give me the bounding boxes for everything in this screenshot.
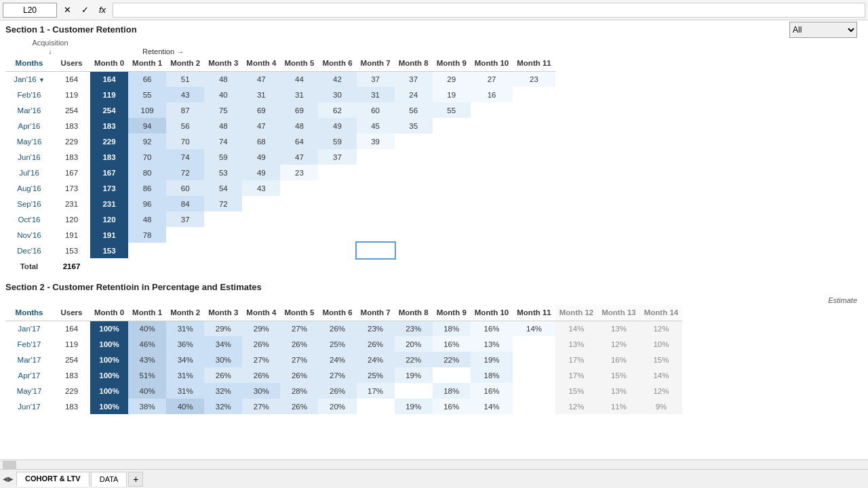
- pct-cell[interactable]: 32%: [204, 399, 242, 414]
- pct-cell[interactable]: 26%: [242, 367, 280, 383]
- pct-cell[interactable]: 31%: [166, 367, 204, 383]
- retention-cell[interactable]: [318, 243, 356, 258]
- pct-cell[interactable]: 19%: [471, 352, 513, 367]
- retention-cell[interactable]: 60: [357, 102, 395, 118]
- pct-cell[interactable]: 25%: [357, 367, 395, 383]
- retention-cell[interactable]: [513, 87, 555, 102]
- retention-cell[interactable]: [242, 211, 280, 227]
- retention-cell[interactable]: 31: [242, 87, 280, 102]
- retention-cell[interactable]: [433, 134, 471, 149]
- pct-cell[interactable]: 18%: [433, 321, 471, 336]
- pct-cell[interactable]: 23%: [395, 321, 433, 336]
- retention-cell[interactable]: 229: [90, 134, 128, 149]
- retention-cell[interactable]: 173: [90, 180, 128, 196]
- pct-cell[interactable]: 12%: [555, 399, 597, 414]
- pct-cell[interactable]: 17%: [357, 383, 395, 399]
- pct-cell[interactable]: 26%: [204, 367, 242, 383]
- pct-cell[interactable]: 26%: [318, 383, 356, 399]
- month-label[interactable]: May'17: [5, 383, 53, 399]
- pct-cell[interactable]: 23%: [357, 321, 395, 336]
- pct-cell[interactable]: 29%: [242, 321, 280, 336]
- retention-cell[interactable]: 43: [242, 180, 280, 196]
- pct-cell[interactable]: 40%: [128, 321, 166, 336]
- retention-cell[interactable]: 37: [357, 71, 395, 87]
- month-label[interactable]: Aug'16: [5, 180, 53, 196]
- fx-button[interactable]: fx: [95, 3, 110, 18]
- retention-cell[interactable]: 120: [90, 211, 128, 227]
- retention-cell[interactable]: 119: [90, 87, 128, 102]
- pct-cell[interactable]: 13%: [471, 336, 513, 352]
- retention-cell[interactable]: 44: [280, 71, 318, 87]
- retention-cell[interactable]: 94: [128, 118, 166, 134]
- month-label[interactable]: Jun'17: [5, 399, 53, 414]
- retention-cell[interactable]: [242, 243, 280, 258]
- filter-dropdown[interactable]: All: [789, 22, 857, 38]
- pct-cell[interactable]: 26%: [318, 321, 356, 336]
- retention-cell[interactable]: 153: [90, 243, 128, 258]
- retention-cell[interactable]: 84: [166, 196, 204, 211]
- month-label[interactable]: Apr'16: [5, 118, 53, 134]
- retention-cell[interactable]: [471, 211, 513, 227]
- retention-cell[interactable]: [513, 180, 555, 196]
- confirm-button[interactable]: ✓: [77, 3, 92, 18]
- pct-cell[interactable]: 18%: [433, 383, 471, 399]
- retention-cell[interactable]: 43: [166, 87, 204, 102]
- pct-cell[interactable]: 10%: [640, 336, 682, 352]
- pct-cell[interactable]: 30%: [242, 383, 280, 399]
- retention-cell[interactable]: [471, 180, 513, 196]
- retention-cell[interactable]: 35: [395, 118, 433, 134]
- retention-cell[interactable]: 78: [128, 227, 166, 243]
- pct-cell[interactable]: [395, 383, 433, 399]
- pct-cell[interactable]: 100%: [90, 352, 128, 367]
- retention-cell[interactable]: 48: [204, 118, 242, 134]
- retention-cell[interactable]: 75: [204, 102, 242, 118]
- retention-cell[interactable]: 23: [513, 71, 555, 87]
- pct-cell[interactable]: 20%: [318, 399, 356, 414]
- pct-cell[interactable]: 12%: [640, 383, 682, 399]
- pct-cell[interactable]: 100%: [90, 367, 128, 383]
- retention-cell[interactable]: 183: [90, 118, 128, 134]
- month-label[interactable]: Jan'17: [5, 321, 53, 336]
- retention-cell[interactable]: 49: [318, 118, 356, 134]
- retention-cell[interactable]: 47: [242, 118, 280, 134]
- tab-data[interactable]: DATA: [91, 472, 127, 487]
- retention-cell[interactable]: [280, 196, 318, 211]
- retention-cell[interactable]: [471, 102, 513, 118]
- retention-cell[interactable]: [513, 134, 555, 149]
- pct-cell[interactable]: 27%: [242, 352, 280, 367]
- retention-cell[interactable]: [513, 165, 555, 180]
- retention-cell[interactable]: [395, 134, 433, 149]
- retention-cell[interactable]: [357, 165, 395, 180]
- retention-cell[interactable]: 183: [90, 149, 128, 165]
- month-label[interactable]: Feb'17: [5, 336, 53, 352]
- retention-cell[interactable]: [513, 227, 555, 243]
- pct-cell[interactable]: 31%: [166, 321, 204, 336]
- retention-cell[interactable]: 31: [280, 87, 318, 102]
- pct-cell[interactable]: 17%: [555, 352, 597, 367]
- month-label[interactable]: Oct'16: [5, 211, 53, 227]
- retention-cell[interactable]: [357, 243, 395, 258]
- retention-cell[interactable]: 48: [204, 71, 242, 87]
- retention-cell[interactable]: [395, 243, 433, 258]
- pct-cell[interactable]: 19%: [395, 399, 433, 414]
- pct-cell[interactable]: 18%: [471, 367, 513, 383]
- retention-cell[interactable]: 53: [204, 165, 242, 180]
- pct-cell[interactable]: 16%: [597, 352, 639, 367]
- retention-cell[interactable]: [204, 227, 242, 243]
- retention-cell[interactable]: [513, 149, 555, 165]
- pct-cell[interactable]: 26%: [280, 336, 318, 352]
- pct-cell[interactable]: 11%: [597, 399, 639, 414]
- pct-cell[interactable]: 46%: [128, 336, 166, 352]
- pct-cell[interactable]: 15%: [555, 383, 597, 399]
- retention-cell[interactable]: [280, 180, 318, 196]
- retention-cell[interactable]: [318, 227, 356, 243]
- retention-cell[interactable]: [395, 211, 433, 227]
- retention-cell[interactable]: 48: [128, 211, 166, 227]
- month-label[interactable]: Jul'16: [5, 165, 53, 180]
- retention-cell[interactable]: [318, 211, 356, 227]
- pct-cell[interactable]: 14%: [513, 321, 555, 336]
- pct-cell[interactable]: 100%: [90, 336, 128, 352]
- retention-cell[interactable]: 86: [128, 180, 166, 196]
- pct-cell[interactable]: 13%: [597, 321, 639, 336]
- month-label[interactable]: Mar'17: [5, 352, 53, 367]
